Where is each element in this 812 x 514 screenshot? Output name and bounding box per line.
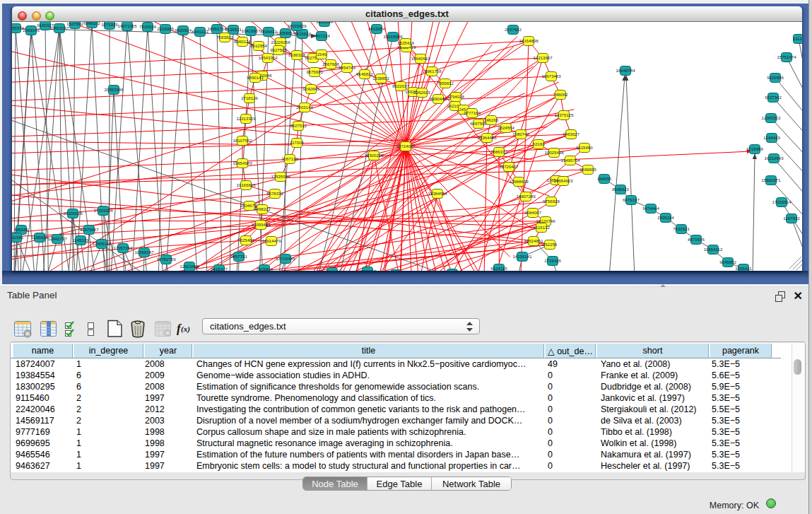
svg-text:12093322: 12093322: [761, 115, 781, 120]
svg-text:8427512: 8427512: [290, 123, 307, 128]
svg-text:2216085: 2216085: [157, 26, 174, 31]
svg-text:9227342: 9227342: [765, 95, 782, 100]
svg-text:9415377: 9415377: [211, 267, 228, 271]
svg-text:391581: 391581: [12, 235, 24, 240]
svg-text:9920514: 9920514: [175, 28, 192, 33]
svg-text:1065411: 1065411: [735, 266, 752, 271]
svg-text:10419957: 10419957: [241, 28, 261, 33]
svg-text:12942737: 12942737: [47, 236, 67, 241]
svg-text:20206526: 20206526: [63, 211, 83, 216]
svg-text:13495754: 13495754: [560, 158, 580, 163]
svg-text:1527602: 1527602: [66, 22, 83, 26]
svg-text:8322037: 8322037: [392, 83, 409, 88]
svg-text:1037155: 1037155: [324, 269, 341, 271]
svg-text:17016514: 17016514: [772, 199, 792, 204]
svg-text:9135521: 9135521: [225, 27, 242, 32]
svg-text:2803144: 2803144: [296, 105, 313, 110]
svg-text:9245652: 9245652: [719, 259, 736, 264]
svg-text:11124: 11124: [793, 36, 802, 41]
svg-text:1733426: 1733426: [544, 258, 561, 263]
svg-text:8912954: 8912954: [250, 43, 267, 48]
svg-text:13535934: 13535934: [271, 174, 290, 179]
svg-text:1525419: 1525419: [397, 40, 414, 45]
svg-text:9242848: 9242848: [302, 86, 319, 91]
svg-text:14671355: 14671355: [117, 23, 137, 28]
svg-text:19524851: 19524851: [524, 238, 543, 243]
svg-text:6479197: 6479197: [623, 197, 640, 202]
svg-text:6966102: 6966102: [83, 22, 100, 25]
svg-text:14136141: 14136141: [512, 254, 532, 259]
svg-text:3267130: 3267130: [281, 156, 298, 161]
svg-text:7515524: 7515524: [294, 31, 311, 36]
svg-text:1546: 1546: [317, 52, 326, 57]
svg-text:8834412: 8834412: [260, 29, 277, 34]
svg-text:16961758: 16961758: [422, 69, 442, 74]
svg-text:3824554: 3824554: [498, 125, 514, 130]
svg-text:16640910: 16640910: [411, 56, 430, 61]
svg-text:16210643: 16210643: [764, 156, 784, 160]
svg-text:1615132: 1615132: [533, 225, 550, 230]
svg-text:23226058: 23226058: [271, 40, 290, 45]
svg-text:8960124: 8960124: [234, 39, 251, 44]
svg-text:8813054: 8813054: [368, 26, 385, 31]
svg-text:19654983: 19654983: [233, 160, 252, 165]
svg-text:8186328: 8186328: [288, 52, 305, 57]
svg-text:9146821: 9146821: [356, 71, 373, 76]
svg-text:16648784: 16648784: [616, 68, 635, 73]
svg-text:16543362: 16543362: [258, 55, 278, 60]
svg-text:4498222: 4498222: [254, 206, 271, 211]
svg-text:9084067: 9084067: [524, 210, 541, 215]
svg-text:18807249: 18807249: [516, 194, 536, 199]
svg-text:748063: 748063: [553, 92, 568, 97]
svg-text:8578332: 8578332: [266, 191, 283, 196]
svg-text:19654923: 19654923: [553, 178, 573, 183]
svg-text:10973483: 10973483: [541, 74, 561, 78]
svg-text:19166825: 19166825: [236, 182, 256, 187]
svg-text:9474444: 9474444: [642, 206, 659, 211]
svg-text:3215958: 3215958: [746, 146, 763, 151]
svg-text:9756928: 9756928: [543, 199, 560, 204]
svg-text:19099489: 19099489: [251, 222, 271, 227]
svg-text:10688609: 10688609: [509, 179, 529, 184]
svg-text:1156829: 1156829: [31, 235, 48, 240]
svg-text:9699695: 9699695: [579, 167, 596, 172]
svg-text:1362615: 1362615: [413, 90, 430, 95]
svg-text:117004: 117004: [290, 140, 304, 145]
svg-text:7515524: 7515524: [139, 24, 156, 29]
svg-text:8401123: 8401123: [192, 29, 208, 34]
svg-text:9857791: 9857791: [230, 254, 247, 259]
svg-text:7857224: 7857224: [313, 33, 330, 38]
svg-text:18724007: 18724007: [396, 144, 416, 148]
svg-text:17957252: 17957252: [113, 245, 133, 250]
svg-text:7625402: 7625402: [237, 238, 254, 243]
svg-text:16782759: 16782759: [156, 257, 176, 262]
svg-text:12375125: 12375125: [554, 112, 574, 117]
svg-text:252254: 252254: [543, 242, 558, 247]
svg-text:3875685: 3875685: [306, 69, 323, 74]
svg-text:8938923: 8938923: [612, 187, 629, 192]
svg-text:62160: 62160: [533, 141, 546, 146]
svg-text:15751074: 15751074: [777, 54, 796, 59]
svg-text:9329996: 9329996: [767, 75, 784, 80]
svg-text:17359934: 17359934: [93, 208, 113, 213]
svg-text:16033809: 16033809: [287, 23, 307, 28]
svg-text:15720407: 15720407: [499, 164, 519, 169]
svg-text:20053346: 20053346: [104, 87, 124, 92]
svg-text:7632621: 7632621: [673, 226, 690, 231]
svg-text:8990448: 8990448: [430, 96, 447, 101]
svg-text:7955812: 7955812: [437, 81, 454, 86]
svg-text:2037682: 2037682: [505, 27, 522, 32]
svg-text:9890141: 9890141: [247, 75, 264, 80]
svg-text:12923448: 12923448: [180, 264, 199, 269]
svg-text:10653267: 10653267: [49, 25, 69, 30]
svg-text:90975867: 90975867: [79, 227, 99, 232]
svg-text:10958147: 10958147: [134, 250, 154, 255]
svg-text:6794028: 6794028: [447, 94, 464, 99]
svg-text:12213303: 12213303: [236, 116, 256, 121]
svg-text:19218506: 19218506: [383, 34, 403, 39]
svg-text:9327505: 9327505: [270, 47, 287, 52]
svg-text:2935114: 2935114: [657, 215, 674, 220]
svg-text:10654112: 10654112: [704, 247, 723, 252]
svg-text:1167532: 1167532: [783, 216, 800, 221]
svg-text:2867608: 2867608: [322, 62, 339, 66]
